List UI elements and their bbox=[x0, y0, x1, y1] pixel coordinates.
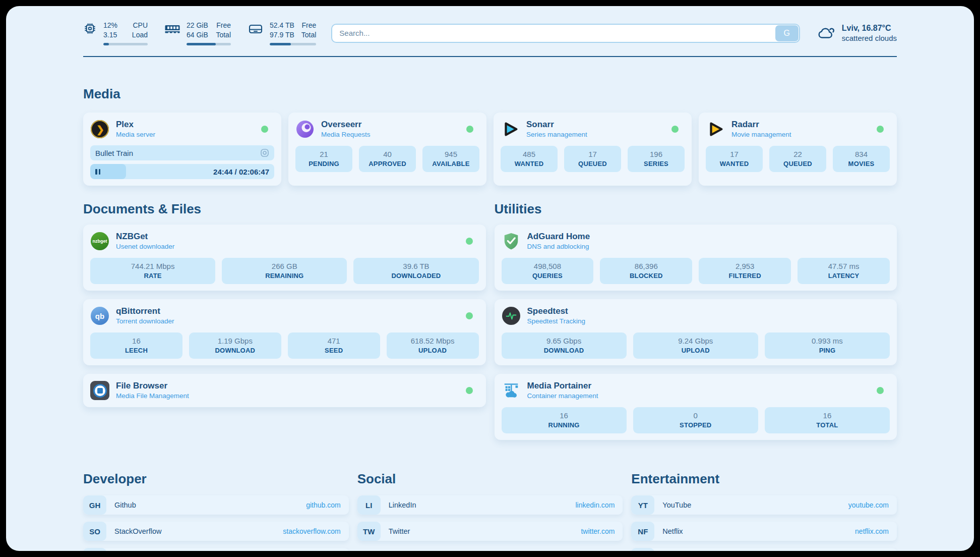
pause-icon bbox=[95, 169, 100, 175]
app-subtitle: Media Requests bbox=[321, 130, 371, 139]
disk-total-value: 97.9 TB bbox=[270, 30, 294, 40]
link-name: YouTube bbox=[662, 501, 691, 509]
app-subtitle: Torrent downloader bbox=[116, 317, 174, 326]
stat-box: 21PENDING bbox=[295, 146, 352, 172]
stat-box: 16TOTAL bbox=[765, 407, 890, 433]
app-title: NZBGet bbox=[116, 231, 174, 242]
qbittorrent-icon: qb bbox=[90, 306, 109, 325]
link-row-netflix[interactable]: NF Netflix netflix.com bbox=[631, 522, 897, 541]
section-title-social: Social bbox=[357, 471, 623, 487]
app-card-adguard[interactable]: AdGuard Home DNS and adblocking 498,508Q… bbox=[495, 225, 897, 291]
stat-box: 86,396BLOCKED bbox=[600, 258, 692, 284]
app-card-sonarr[interactable]: Sonarr Series management 485WANTED 17QUE… bbox=[494, 113, 692, 186]
status-dot bbox=[877, 126, 884, 133]
app-subtitle: Container management bbox=[527, 392, 598, 401]
app-card-qbittorrent[interactable]: qb qBittorrent Torrent downloader 16LEEC… bbox=[83, 299, 486, 365]
stat-box: 0.993 msPING bbox=[765, 332, 890, 359]
google-search-button[interactable]: G bbox=[775, 25, 799, 41]
link-url: twitter.com bbox=[581, 527, 615, 535]
media-disc-icon bbox=[260, 148, 269, 157]
app-title: Plex bbox=[116, 119, 155, 130]
disk-free-value: 52.4 TB bbox=[270, 21, 294, 30]
section-title-documents: Documents & Files bbox=[83, 201, 486, 217]
status-dot bbox=[671, 126, 679, 133]
app-title: Sonarr bbox=[526, 119, 587, 130]
cloud-icon bbox=[817, 25, 836, 42]
section-title-media: Media bbox=[83, 86, 897, 102]
nzbget-icon: nzbget bbox=[90, 232, 109, 251]
section-title-developer: Developer bbox=[83, 471, 349, 487]
stat-box: 618.52 MbpsUPLOAD bbox=[387, 332, 479, 359]
app-card-radarr[interactable]: Radarr Movie management 17WANTED 22QUEUE… bbox=[699, 113, 897, 186]
stat-box: 9.24 GbpsUPLOAD bbox=[633, 332, 758, 359]
cpu-metric: 12% 3.15 CPU Load bbox=[83, 21, 148, 45]
playback-progress-bar: 24:44 / 02:06:47 bbox=[90, 164, 274, 179]
link-name: LinkedIn bbox=[389, 501, 416, 509]
weather-location-temp: Lviv, 16.87°C bbox=[842, 23, 897, 33]
link-row-stackoverflow[interactable]: SO StackOverflow stackoverflow.com bbox=[83, 522, 349, 541]
playback-time: 24:44 / 02:06:47 bbox=[213, 168, 269, 176]
link-url: stackoverflow.com bbox=[283, 527, 340, 535]
link-row-reddit[interactable]: RE Reddit reddit.com bbox=[631, 548, 897, 551]
stat-box: 2,953FILTERED bbox=[699, 258, 791, 284]
link-row-linkedin[interactable]: LI LinkedIn linkedin.com bbox=[357, 495, 623, 515]
app-title: Overseerr bbox=[321, 119, 371, 130]
stat-box: 39.6 TBDOWNLOADED bbox=[353, 258, 478, 284]
link-row-github[interactable]: GH Github github.com bbox=[83, 495, 349, 515]
weather-widget: Lviv, 16.87°C scattered clouds bbox=[817, 23, 897, 43]
adguard-icon bbox=[502, 232, 521, 251]
status-dot bbox=[261, 126, 268, 133]
stat-box: 744.21 MbpsRATE bbox=[90, 258, 215, 284]
link-abbr: TW bbox=[357, 522, 381, 541]
link-url: youtube.com bbox=[848, 501, 889, 509]
stat-box: 22QUEUED bbox=[769, 146, 826, 172]
link-abbr: NF bbox=[631, 522, 654, 541]
ram-progress-bar bbox=[187, 43, 231, 45]
stat-box: 485WANTED bbox=[501, 146, 558, 172]
ram-label-bottom: Total bbox=[216, 30, 231, 40]
stat-box: 196SERIES bbox=[628, 146, 685, 172]
stat-box: 17QUEUED bbox=[564, 146, 621, 172]
link-abbr: SO bbox=[83, 522, 106, 541]
stat-box: 834MOVIES bbox=[833, 146, 890, 172]
ram-free-value: 22 GiB bbox=[187, 21, 208, 30]
app-title: qBittorrent bbox=[116, 306, 174, 317]
disk-metric: 52.4 TB 97.9 TB Free Total bbox=[248, 21, 316, 45]
app-subtitle: Movie management bbox=[731, 130, 791, 139]
cpu-usage-value: 12% bbox=[103, 21, 117, 30]
status-dot bbox=[466, 312, 473, 319]
ram-total-value: 64 GiB bbox=[187, 30, 208, 40]
header-divider bbox=[83, 56, 897, 57]
cpu-label-bottom: Load bbox=[132, 30, 148, 40]
link-abbr: DT bbox=[83, 548, 106, 551]
link-url: netflix.com bbox=[855, 527, 889, 535]
app-title: AdGuard Home bbox=[527, 231, 590, 242]
link-row-youtube[interactable]: YT YouTube youtube.com bbox=[631, 495, 897, 515]
link-abbr: YT bbox=[631, 495, 654, 515]
app-card-portainer[interactable]: Media Portainer Container management 16R… bbox=[495, 374, 897, 440]
cpu-progress-bar bbox=[103, 43, 148, 45]
stat-box: 16LEECH bbox=[90, 332, 182, 359]
app-card-speedtest[interactable]: Speedtest Speedtest Tracking 9.65 GbpsDO… bbox=[495, 299, 897, 365]
app-card-nzbget[interactable]: nzbget NZBGet Usenet downloader 744.21 M… bbox=[83, 225, 486, 291]
disk-progress-bar bbox=[270, 43, 316, 45]
search-input[interactable] bbox=[331, 24, 800, 43]
system-metrics: 12% 3.15 CPU Load bbox=[83, 21, 316, 45]
app-card-filebrowser[interactable]: File Browser Media File Management bbox=[83, 374, 486, 407]
app-subtitle: DNS and adblocking bbox=[527, 242, 590, 251]
speedtest-icon bbox=[502, 306, 521, 325]
now-playing-title: Bullet Train bbox=[95, 149, 133, 157]
section-title-utilities: Utilities bbox=[495, 201, 897, 217]
app-card-plex[interactable]: ❯ Plex Media server Bullet Train bbox=[83, 113, 281, 186]
link-row-twitter[interactable]: TW Twitter twitter.com bbox=[357, 522, 623, 541]
link-row-dev[interactable]: DT DEV dev.to bbox=[83, 548, 349, 551]
now-playing-row: Bullet Train bbox=[90, 145, 274, 160]
status-dot bbox=[466, 126, 473, 133]
weather-condition: scattered clouds bbox=[842, 33, 897, 43]
stat-box: 498,508QUERIES bbox=[502, 258, 594, 284]
app-card-overseerr[interactable]: Overseerr Media Requests 21PENDING 40APP… bbox=[288, 113, 486, 186]
ram-icon bbox=[165, 25, 180, 35]
plex-now-playing-widget: Bullet Train 24:44 / 02:06:47 bbox=[90, 145, 274, 179]
link-url: linkedin.com bbox=[576, 501, 615, 509]
link-name: StackOverflow bbox=[114, 527, 161, 535]
